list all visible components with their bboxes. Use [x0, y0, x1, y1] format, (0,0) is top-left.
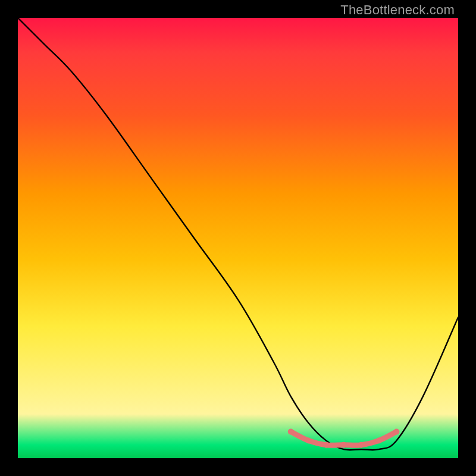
- svg-point-5: [376, 437, 382, 443]
- svg-point-2: [323, 442, 329, 448]
- watermark-text: TheBottleneck.com: [340, 2, 455, 18]
- chart-svg: [18, 18, 458, 458]
- bottleneck-curve: [18, 18, 458, 450]
- chart-frame: [18, 18, 458, 458]
- svg-point-1: [305, 437, 311, 443]
- svg-point-3: [341, 442, 347, 448]
- svg-point-4: [358, 442, 364, 448]
- svg-point-0: [288, 429, 294, 435]
- svg-point-6: [393, 429, 399, 435]
